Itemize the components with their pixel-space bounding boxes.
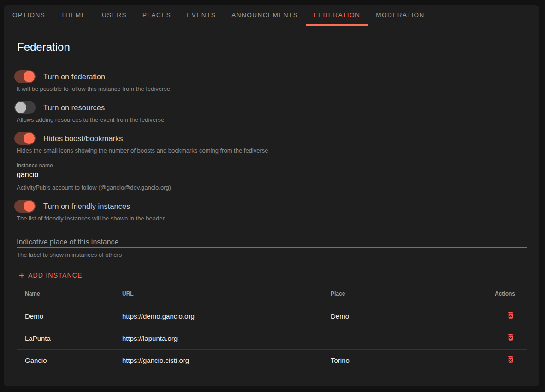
column-header-url: URL: [114, 283, 322, 305]
toggle-thumb: [15, 102, 26, 113]
friendly-instances-toggle-label: Turn on friendly instances: [43, 202, 130, 211]
resources-toggle-row: Turn on resources: [14, 101, 527, 114]
tab-theme[interactable]: THEME: [53, 5, 94, 26]
resources-toggle-hint: Allows adding resources to the event fro…: [17, 116, 527, 124]
friendly-toggle-row: Turn on friendly instances: [14, 200, 527, 213]
admin-tab-bar: OPTIONS THEME USERS PLACES EVENTS ANNOUN…: [4, 5, 539, 26]
toggle-thumb: [24, 133, 35, 144]
instance-url-cell: https://lapunta.org: [114, 327, 322, 349]
instance-name-label: Instance name: [17, 162, 527, 169]
instance-place-cell: Demo: [322, 305, 461, 327]
table-row: Demo https://demo.gancio.org Demo: [17, 305, 527, 327]
hide-boost-toggle[interactable]: [14, 132, 36, 145]
instance-name-cell: LaPunta: [17, 327, 114, 349]
federation-settings: Federation Turn on federation It will be…: [4, 40, 539, 371]
tab-options[interactable]: OPTIONS: [5, 5, 53, 26]
tab-moderation[interactable]: MODERATION: [368, 5, 432, 26]
instance-place-cell: [322, 327, 461, 349]
instance-name-cell: Gancio: [17, 349, 114, 371]
resources-toggle-label: Turn on resources: [43, 103, 105, 112]
table-header-row: Name URL Place Actions: [17, 283, 527, 305]
column-header-place: Place: [322, 283, 461, 305]
instance-place-field: The label to show in instances of others: [17, 237, 527, 259]
tab-places[interactable]: PLACES: [135, 5, 179, 26]
column-header-name: Name: [17, 283, 114, 305]
instance-name-cell: Demo: [17, 305, 114, 327]
admin-settings-card: OPTIONS THEME USERS PLACES EVENTS ANNOUN…: [4, 5, 539, 386]
delete-instance-button[interactable]: [506, 311, 515, 320]
federation-toggle-row: Turn on federation: [14, 70, 527, 83]
tab-users[interactable]: USERS: [94, 5, 135, 26]
trash-delete-icon: [506, 355, 515, 364]
add-instance-button-label: ADD INSTANCE: [28, 272, 83, 279]
instance-name-input[interactable]: [17, 169, 527, 180]
page-title: Federation: [17, 40, 527, 54]
tab-federation[interactable]: FEDERATION: [306, 5, 368, 26]
tab-events[interactable]: EVENTS: [179, 5, 224, 26]
federation-toggle-label: Turn on federation: [43, 72, 105, 81]
table-row: Gancio https://gancio.cisti.org Torino: [17, 349, 527, 371]
instance-place-input[interactable]: [17, 237, 527, 248]
toggle-thumb: [24, 201, 35, 212]
plus-icon: [18, 271, 26, 280]
federation-toggle[interactable]: [14, 70, 36, 83]
hide-boost-toggle-label: Hides boost/bookmarks: [43, 134, 123, 143]
friendly-instances-toggle[interactable]: [14, 200, 36, 213]
tab-announcements[interactable]: ANNOUNCEMENTS: [224, 5, 306, 26]
table-row: LaPunta https://lapunta.org: [17, 327, 527, 349]
instances-table: Name URL Place Actions Demo https://demo…: [17, 283, 527, 371]
instance-place-hint: The label to show in instances of others: [17, 251, 527, 259]
instance-url-cell: https://demo.gancio.org: [114, 305, 322, 327]
delete-instance-button[interactable]: [506, 355, 515, 364]
column-header-actions: Actions: [461, 283, 527, 305]
friendly-instances-toggle-hint: The list of friendly instances will be s…: [17, 215, 527, 222]
federation-toggle-hint: It will be possible to follow this insta…: [17, 85, 527, 93]
instance-name-hint: ActivityPub's account to follow (@gancio…: [17, 184, 527, 191]
instance-url-cell: https://gancio.cisti.org: [114, 349, 322, 371]
add-instance-button[interactable]: ADD INSTANCE: [17, 269, 83, 282]
hide-boost-toggle-hint: Hides the small icons showing the number…: [17, 147, 527, 154]
instance-place-cell: Torino: [322, 349, 461, 371]
boost-toggle-row: Hides boost/bookmarks: [14, 132, 527, 145]
toggle-thumb: [24, 71, 35, 82]
delete-instance-button[interactable]: [506, 333, 515, 342]
resources-toggle[interactable]: [14, 101, 36, 114]
instance-name-field: Instance name ActivityPub's account to f…: [17, 162, 527, 191]
trash-delete-icon: [506, 311, 515, 320]
trash-delete-icon: [506, 333, 515, 342]
